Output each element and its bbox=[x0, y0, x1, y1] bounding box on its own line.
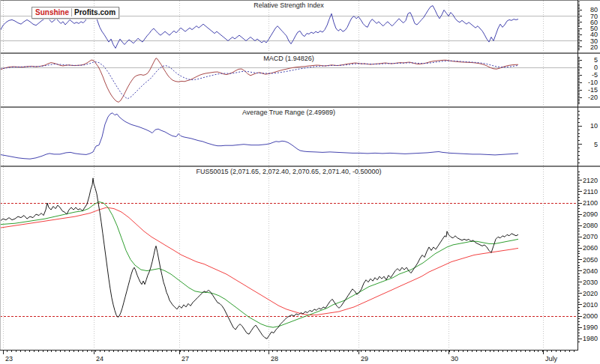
series-Signal bbox=[0, 61, 518, 99]
logo-suffix-text: Profits.com bbox=[71, 8, 116, 16]
y-tick-label: 2060 bbox=[583, 244, 598, 252]
y-tick-label: -10 bbox=[588, 79, 598, 86]
y-tick-label: 2100 bbox=[583, 199, 598, 207]
panel-price: 2120211021002090208020702060205020402030… bbox=[0, 172, 598, 343]
x-tick-label: 28 bbox=[271, 355, 278, 363]
y-tick-label: 2080 bbox=[583, 222, 598, 229]
x-tick-label: 27 bbox=[182, 355, 189, 363]
y-tick-label: 2000 bbox=[583, 312, 598, 320]
y-tick-label: 2020 bbox=[583, 290, 598, 297]
y-tick-label: 20 bbox=[590, 43, 598, 51]
y-tick-label: 2110 bbox=[584, 188, 598, 195]
series-MA-slow bbox=[0, 207, 518, 315]
y-tick-label: 2050 bbox=[583, 256, 598, 264]
y-tick-label: 2120 bbox=[583, 177, 598, 184]
y-tick-label: -5 bbox=[592, 71, 598, 79]
y-tick-label: 0 bbox=[594, 64, 598, 71]
y-tick-label: 1980 bbox=[583, 335, 598, 342]
y-tick-label: 2030 bbox=[583, 279, 598, 286]
y-tick-label: 2070 bbox=[583, 233, 598, 240]
panel-macd: 50-5-10-15-20 bbox=[0, 56, 598, 103]
y-tick-label: -20 bbox=[588, 94, 598, 101]
y-tick-label: 1990 bbox=[583, 324, 598, 331]
y-tick-label: 10 bbox=[590, 122, 598, 130]
chart-svg: 8070605040302050-5-10-15-201052120211021… bbox=[0, 0, 600, 364]
series-FUS50015 bbox=[0, 178, 518, 339]
series-MA-fast bbox=[0, 202, 518, 328]
y-tick-label: -15 bbox=[588, 86, 598, 94]
y-tick-label: 2040 bbox=[583, 267, 598, 275]
x-tick-label: 29 bbox=[361, 355, 368, 363]
x-tick-label: July bbox=[545, 355, 558, 363]
y-tick-label: 2090 bbox=[583, 210, 598, 218]
logo-brand-text: Sunshine bbox=[35, 8, 69, 16]
y-tick-label: 2010 bbox=[583, 301, 598, 309]
x-tick-label: 23 bbox=[5, 355, 13, 363]
y-tick-label: 5 bbox=[594, 56, 598, 64]
x-tick-label: 30 bbox=[451, 355, 458, 363]
sunshineprofits-logo[interactable]: SunshineProfits.com bbox=[32, 7, 119, 19]
series-MACD bbox=[0, 58, 518, 103]
x-tick-label: 24 bbox=[96, 355, 104, 363]
panel-atr: 105 bbox=[0, 112, 598, 163]
y-tick-label: 5 bbox=[594, 141, 598, 148]
series-ATR bbox=[0, 113, 518, 160]
trading-chart-window: 8070605040302050-5-10-15-201052120211021… bbox=[0, 0, 600, 364]
